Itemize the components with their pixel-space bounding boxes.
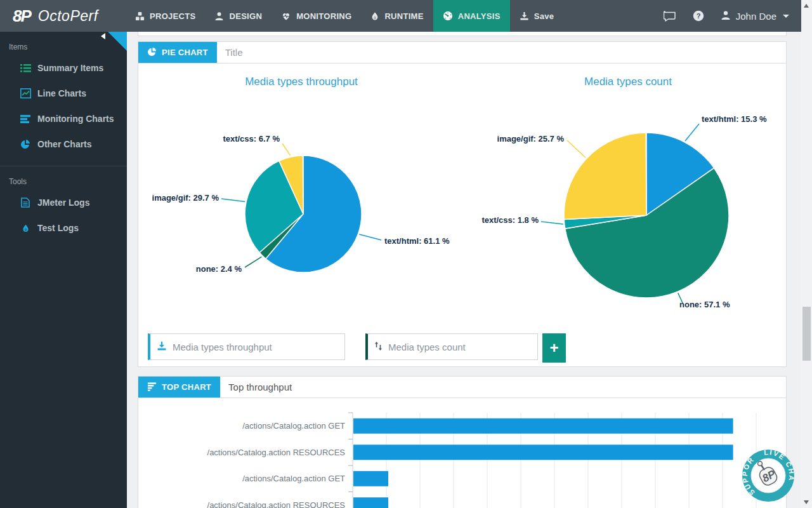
scrollbar-thumb[interactable] [802,307,811,361]
top-chart-tab[interactable]: TOP CHART [138,377,220,398]
nav-item-analysis[interactable]: ANALYSIS [433,0,510,32]
sidebar-item-label: Line Charts [37,88,86,98]
sidebar: Items Summary Items Line Charts Monitori… [0,32,127,508]
top-chart-tab-label: TOP CHART [162,382,211,392]
main-nav: PROJECTS DESIGN MONITORING RUNTIME ANALY… [126,0,563,32]
download-icon [157,341,167,353]
sidebar-item-other-charts[interactable]: Other Charts [0,131,127,157]
download-icon [520,11,529,21]
pie-chart-title: Media types throughput [245,76,358,88]
sidebar-item-label: Summary Items [37,63,103,73]
bar-segment[interactable] [353,471,388,486]
brand-name: OctoPerf [38,8,98,25]
metric-field-value: Media types count [388,342,466,352]
collapse-arrow-icon [101,33,105,39]
sidebar-item-jmeter-logs[interactable]: JMeter Logs [0,190,127,215]
bar-segment[interactable] [353,497,388,508]
pie-chart-tab[interactable]: PIE CHART [138,42,217,63]
sidebar-item-test-logs[interactable]: Test Logs [0,215,127,241]
sort-icon [374,341,383,353]
page-scrollbar[interactable] [801,0,812,508]
chevron-down-icon [783,15,789,18]
nav-item-label: RUNTIME [384,11,423,21]
nav-item-design[interactable]: DESIGN [205,0,272,32]
nav-item-projects[interactable]: PROJECTS [126,0,205,32]
bar-category-label: /actions/Catalog.action RESOURCES [207,500,346,508]
sidebar-item-label: Test Logs [37,223,79,233]
chat-bubble-icon[interactable] [664,11,676,22]
pie-charts-canvas: Media types throughputtext/html: 61.1 %n… [138,64,787,333]
cubes-icon [135,11,145,21]
pie-slice-image-gif[interactable] [564,133,646,220]
top-chart-panel: TOP CHART /actions/Catalog.action GET/ac… [138,376,787,508]
add-metric-button[interactable]: + [542,333,566,363]
sidebar-item-label: Other Charts [37,139,92,149]
pie-slice-label: none: 2.4 % [196,264,242,274]
top-panel-title-input[interactable] [220,377,786,398]
pie-label-line [282,144,291,156]
previous-panel-edge [138,32,787,36]
nav-item-label: PROJECTS [150,11,195,21]
stacked-bars-icon [19,114,32,124]
pie-slice-label: text/html: 15.3 % [702,114,767,124]
nav-item-label: DESIGN [229,11,262,21]
sidebar-section-tools: Tools [0,166,127,190]
pie-chart-tab-icon [147,47,157,58]
list-icon [19,64,32,73]
sidebar-item-monitoring-charts[interactable]: Monitoring Charts [0,106,127,131]
pie-label-line [221,199,245,201]
brand-logo[interactable]: 8P OctoPerf [0,0,126,32]
pie-chart-panel: PIE CHART Media types throughputtext/htm… [138,41,787,367]
scroll-up-arrow-icon[interactable] [804,4,809,8]
pie-slice-label: text/html: 61.1 % [384,236,450,246]
pie-slice-label: none: 57.1 % [679,300,730,309]
nav-item-label: Save [534,11,554,21]
scroll-down-arrow-icon[interactable] [804,500,809,504]
user-avatar-icon [721,10,731,22]
bar-category-label: /actions/Catalog.action GET [242,421,345,431]
pie-slice-label: text/css: 1.8 % [481,215,539,225]
help-icon[interactable]: ? [693,10,704,22]
navbar-right: ? John Doe [664,0,812,32]
sidebar-item-summary-items[interactable]: Summary Items [0,55,127,81]
sidebar-item-line-charts[interactable]: Line Charts [0,81,127,106]
flame-icon [370,11,379,21]
pie-chart-icon [19,139,32,149]
nav-item-runtime[interactable]: RUNTIME [361,0,433,32]
pie-panel-header: PIE CHART [138,42,786,64]
pie-chart-tab-label: PIE CHART [162,48,208,57]
flame-icon [19,224,32,233]
gauge-icon [443,11,453,21]
pie-label-line [359,234,381,240]
sidebar-collapse-button[interactable] [108,32,127,51]
brand-glyph: 8P [13,6,30,26]
user-menu[interactable]: John Doe [721,10,789,22]
heartbeat-icon [281,11,291,21]
line-chart-icon [19,88,32,98]
pie-label-line [685,124,699,141]
pie-slice-label: image/gif: 29.7 % [152,193,219,203]
bar-segment[interactable] [353,444,733,460]
bar-chart-canvas: /actions/Catalog.action GET/actions/Cata… [138,398,787,508]
metric-field-count[interactable]: Media types count [365,333,538,360]
sidebar-item-label: JMeter Logs [37,197,89,208]
pie-label-line [567,140,586,157]
bar-category-label: /actions/Catalog.action RESOURCES [207,448,346,457]
bar-segment[interactable] [353,418,733,434]
nav-item-label: ANALYSIS [458,11,501,21]
nav-item-label: MONITORING [296,11,351,21]
metric-field-value: Media types throughput [173,342,272,352]
user-name: John Doe [736,11,776,22]
main-content: PIE CHART Media types throughputtext/htm… [127,32,801,508]
live-chat-badge[interactable]: 8P LIVE CHAT SUPPORT [742,449,795,502]
pie-panel-title-input[interactable] [217,42,786,63]
metric-field-throughput[interactable]: Media types throughput [148,333,345,360]
bar-category-label: /actions/Catalog.action GET [242,474,345,483]
nav-item-save[interactable]: Save [510,0,564,32]
file-icon [19,197,32,208]
pie-label-line [245,257,261,267]
nav-item-monitoring[interactable]: MONITORING [272,0,361,32]
top-chart-tab-icon [147,382,157,393]
pie-chart-title: Media types count [584,76,672,88]
user-icon [214,11,224,21]
